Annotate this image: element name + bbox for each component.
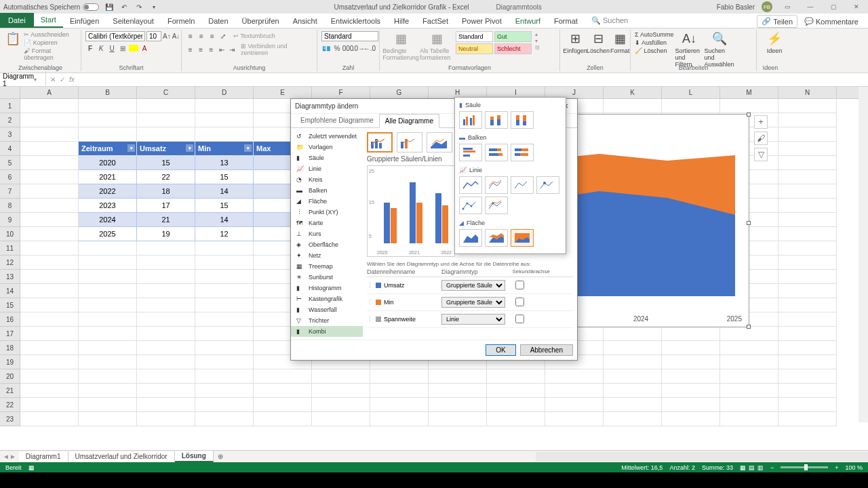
chart-type-scatter[interactable]: ⋮Punkt (XY) [291,207,363,218]
cell[interactable] [20,99,79,113]
cell[interactable] [79,241,137,256]
drag-handle-icon[interactable]: ⋮ [367,316,373,323]
fill-button[interactable]: ⬇ Ausfüllen [635,39,674,46]
tab-format[interactable]: Format [547,14,585,28]
cell[interactable] [370,384,429,398]
row-header[interactable]: 10 [0,227,20,241]
cell[interactable] [604,341,662,355]
cell[interactable] [778,142,837,156]
cell[interactable] [79,312,137,327]
clustered-column-option[interactable] [459,111,482,129]
cell[interactable] [254,369,312,384]
chart-type-templates[interactable]: 📁Vorlagen [291,142,363,152]
delete-cells-button[interactable]: ⊟Löschen [587,31,609,54]
zoom-slider[interactable] [781,466,828,468]
dec-inc-icon[interactable]: .0→ [354,43,363,53]
stacked100-line-option[interactable] [511,176,534,194]
sheet-tab-diagramm1[interactable]: Diagramm1 [19,451,68,462]
cell[interactable] [545,369,604,384]
cell[interactable] [312,398,370,412]
cell[interactable] [79,113,137,127]
cell[interactable] [20,170,79,184]
cell[interactable] [778,412,837,426]
autosave-toggle[interactable]: Automatisches Speichern [3,3,99,11]
cell[interactable] [79,384,137,398]
line-option[interactable] [459,176,482,194]
cell[interactable] [312,412,370,426]
cell[interactable] [604,355,662,369]
cell[interactable] [137,384,195,398]
col-header[interactable]: G [370,87,429,98]
row-header[interactable]: 21 [0,384,20,398]
cell[interactable] [137,284,195,298]
cell[interactable] [778,312,837,327]
tab-powerpivot[interactable]: Power Pivot [455,14,509,28]
row-header[interactable]: 9 [0,213,20,227]
cell[interactable] [195,298,254,312]
cell[interactable] [137,327,195,341]
cell[interactable] [79,355,137,369]
secondary-axis-checkbox-spannweite[interactable] [515,314,524,323]
tab-start[interactable]: Start [34,13,63,28]
style-neutral[interactable]: Neutral [456,43,493,54]
chart-type-pie[interactable]: ◔Kreis [291,174,363,185]
horizontal-scrollbar[interactable] [536,452,868,462]
tab-datei[interactable]: Datei [0,13,34,28]
row-header[interactable]: 7 [0,184,20,199]
toggle-switch[interactable] [83,3,99,11]
tab-formeln[interactable]: Formeln [161,14,201,28]
cell[interactable] [79,284,137,298]
chart-type-funnel[interactable]: ▽Trichter [291,315,363,326]
currency-icon[interactable]: 💶 [321,43,331,53]
chart-type-waterfall[interactable]: ▮Wasserfall [291,304,363,315]
row-header[interactable]: 17 [0,327,20,341]
row-header[interactable]: 20 [0,369,20,384]
cell[interactable] [20,327,79,341]
col-header[interactable]: E [254,87,312,98]
indent-dec-icon[interactable]: ⇤ [217,45,226,54]
tab-hilfe[interactable]: Hilfe [387,14,416,28]
dec-dec-icon[interactable]: ←.0 [365,43,374,53]
fx-icon[interactable]: fx [69,76,75,83]
cancel-formula-icon[interactable]: ✕ [50,76,56,83]
style-gut[interactable]: Gut [494,31,532,42]
align-bot-icon[interactable]: ≡ [208,31,217,41]
cell[interactable] [79,327,137,341]
cell[interactable] [20,256,79,270]
align-top-icon[interactable]: ≡ [186,31,195,41]
cell[interactable] [195,284,254,298]
cell[interactable] [720,398,778,412]
clear-button[interactable]: 🧹 Löschen [635,47,674,54]
cell[interactable] [254,384,312,398]
row-header[interactable]: 14 [0,284,20,298]
cell[interactable] [137,113,195,127]
cell[interactable] [137,127,195,142]
chart-type-bar[interactable]: ▬Balken [291,185,363,196]
cell[interactable] [137,369,195,384]
cell[interactable] [137,99,195,113]
cell[interactable] [604,384,662,398]
col-header[interactable]: A [20,87,79,98]
cell[interactable] [778,369,837,384]
cell[interactable] [429,412,487,426]
chart-type-column[interactable]: ▮Säule [291,152,363,163]
sheet-nav-next-icon[interactable]: ► [9,453,16,460]
row-header[interactable]: 12 [0,256,20,270]
cell[interactable] [20,113,79,127]
cell[interactable] [195,241,254,256]
tab-ueberpruefen[interactable]: Überprüfen [235,14,286,28]
chart-filter-button[interactable]: ▽ [754,148,768,161]
select-all-triangle[interactable] [0,87,20,98]
chart-type-treemap[interactable]: ▦Treemap [291,261,363,272]
cell[interactable] [487,369,545,384]
font-color-icon[interactable]: A [140,43,149,53]
save-icon[interactable]: 💾 [104,2,114,12]
drag-handle-icon[interactable]: ⋮ [367,282,373,289]
cell[interactable] [604,327,662,341]
tab-ansicht[interactable]: Ansicht [286,14,324,28]
grow-font-icon[interactable]: A↑ [163,32,171,41]
sheet-nav-prev-icon[interactable]: ◄ [3,453,9,460]
style-schlecht[interactable]: Schlecht [494,43,532,54]
qat-customize-icon[interactable]: ▾ [149,2,159,12]
cell[interactable] [720,412,778,426]
